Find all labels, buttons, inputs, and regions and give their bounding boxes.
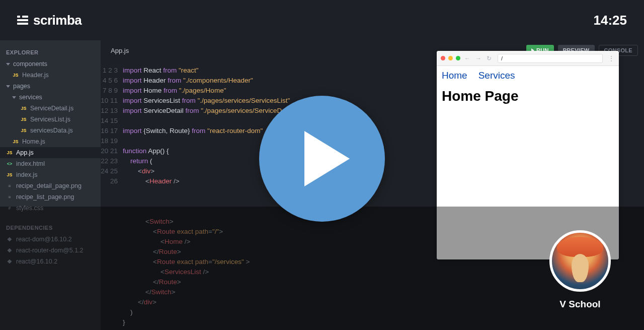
instructor-avatar <box>549 230 611 292</box>
play-icon <box>304 131 350 186</box>
traffic-light-maximize-icon[interactable] <box>456 56 460 60</box>
file-app-js[interactable]: JSApp.js <box>0 147 101 158</box>
scrimba-logo-icon <box>17 16 28 25</box>
file-icon: JS <box>6 150 13 155</box>
preview-heading: Home Page <box>442 88 614 104</box>
gutter: 1 2 3 4 5 6 7 8 9 10 11 12 13 14 15 16 1… <box>101 65 123 327</box>
active-tab[interactable]: App.js <box>111 47 129 54</box>
folder-components[interactable]: components <box>0 58 101 70</box>
package-icon: ❖ <box>6 258 13 265</box>
preview-nav: Home Services <box>442 70 614 81</box>
explorer-heading: EXPLORER <box>0 45 101 58</box>
package-icon: ❖ <box>6 247 13 254</box>
traffic-light-minimize-icon[interactable] <box>448 56 453 60</box>
file-service-detail-js[interactable]: JSServiceDetail.js <box>0 103 101 114</box>
file-recipe-list-page-png[interactable]: ≡recipe_list_page.png <box>0 191 101 203</box>
instructor-badge[interactable]: V School <box>549 230 611 310</box>
traffic-light-close-icon[interactable] <box>441 56 445 60</box>
js-file-icon: JS <box>20 128 27 133</box>
folder-pages[interactable]: pages <box>0 81 101 92</box>
preview-nav-services[interactable]: Services <box>478 70 515 81</box>
preview-chrome: ← → ↻ / ⋮ <box>437 51 619 66</box>
file-icon: ≡ <box>6 183 13 188</box>
package-icon: ❖ <box>6 236 13 243</box>
instructor-name: V School <box>549 299 611 310</box>
dependency-item[interactable]: ❖react@16.10.2 <box>0 256 101 267</box>
play-video-button[interactable] <box>259 96 385 222</box>
chevron-down-icon <box>6 63 10 65</box>
brand-text: scrimba <box>33 13 82 28</box>
file-index-js[interactable]: JSindex.js <box>0 169 101 180</box>
chevron-down-icon <box>12 96 16 99</box>
file-icon: <> <box>6 161 13 166</box>
dependency-item[interactable]: ❖react-dom@16.10.2 <box>0 234 101 245</box>
url-bar[interactable]: / <box>498 54 603 63</box>
folder-services[interactable]: services <box>0 92 101 103</box>
preview-nav-home[interactable]: Home <box>442 70 467 81</box>
dependency-item[interactable]: ❖react-router-dom@5.1.2 <box>0 245 101 256</box>
file-index-html[interactable]: <>index.html <box>0 158 101 169</box>
js-file-icon: JS <box>20 106 27 111</box>
reload-icon[interactable]: ↻ <box>486 55 493 62</box>
js-file-icon: JS <box>12 73 19 78</box>
file-home-js[interactable]: JSHome.js <box>0 136 101 147</box>
file-icon: JS <box>6 172 13 177</box>
file-header-js[interactable]: JSHeader.js <box>0 70 101 81</box>
timestamp: 14:25 <box>594 13 627 28</box>
preview-window: ← → ↻ / ⋮ Home Services Home Page <box>437 51 619 259</box>
file-styles-css[interactable]: #styles.css <box>0 203 101 214</box>
chevron-down-icon <box>6 85 10 88</box>
kebab-menu-icon[interactable]: ⋮ <box>608 54 615 62</box>
file-services-list-js[interactable]: JSServicesList.js <box>0 114 101 125</box>
back-icon[interactable]: ← <box>463 55 471 62</box>
file-services-data-js[interactable]: JSservicesData.js <box>0 125 101 136</box>
file-icon: ≡ <box>6 194 13 200</box>
sidebar: EXPLORER components JSHeader.js pages se… <box>0 40 101 330</box>
file-icon: # <box>6 206 13 211</box>
js-file-icon: JS <box>12 139 19 144</box>
js-file-icon: JS <box>20 117 27 122</box>
forward-icon[interactable]: → <box>474 55 482 62</box>
file-recipe-detail-page-png[interactable]: ≡recipe_detail_page.png <box>0 180 101 191</box>
top-bar: scrimba 14:25 <box>0 0 644 40</box>
brand[interactable]: scrimba <box>17 13 82 28</box>
dependencies-heading: DEPENDENCIES <box>0 221 101 234</box>
